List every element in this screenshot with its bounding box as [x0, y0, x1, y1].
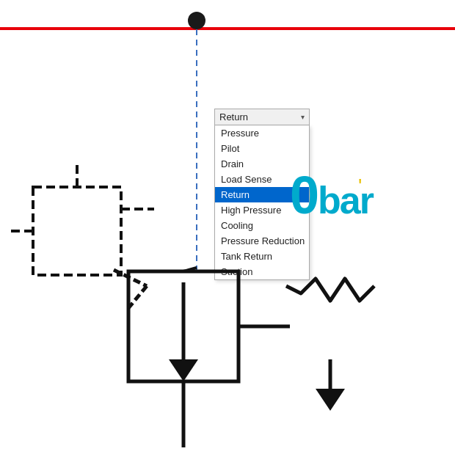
valve-arrow-head	[169, 359, 198, 381]
dropdown-header[interactable]: Return ▾	[214, 109, 310, 125]
dropdown-arrow-icon: ▾	[301, 113, 305, 121]
spring-coil	[286, 279, 374, 301]
spring-arrow-head	[316, 389, 345, 411]
red-horizontal-line	[0, 27, 455, 30]
dropdown-item[interactable]: Pilot	[215, 141, 309, 156]
diagonal-dashed-line	[114, 270, 147, 286]
pressure-tick: '	[358, 175, 362, 198]
dropdown-item[interactable]: Pressure Reduction	[215, 233, 309, 249]
dashed-component-rect	[33, 187, 121, 275]
valve-box	[128, 271, 239, 381]
connector-to-valve	[183, 268, 197, 271]
junction-circle	[188, 12, 205, 29]
pressure-unit: bar	[318, 179, 373, 221]
pressure-value: 0	[290, 166, 318, 224]
blue-dashed-line	[196, 29, 197, 271]
diagonal-dashed-line2	[128, 286, 147, 308]
dropdown-selected-value: Return	[219, 111, 248, 122]
dropdown-item[interactable]: Pressure	[215, 125, 309, 141]
dropdown-item[interactable]: Tank Return	[215, 249, 309, 264]
dropdown-item[interactable]: Suction	[215, 264, 309, 279]
